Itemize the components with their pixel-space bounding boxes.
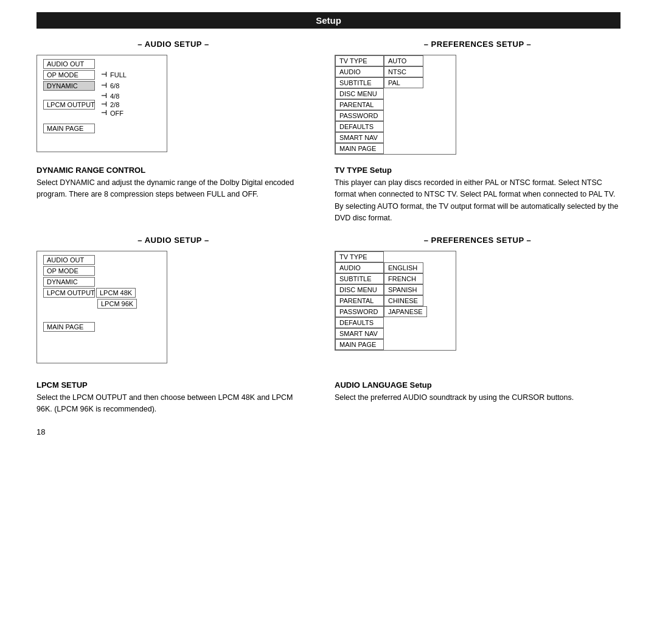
bottom-pref-col: – PREFERENCES SETUP – TV TYPE AUDIO ENGL… [328,236,620,371]
slider-label-off: OFF [110,110,123,117]
bottom-pref-label-tvtype: TV TYPE [335,251,384,262]
setup-title: Setup [316,15,341,26]
top-pref-panel: TV TYPE AUTO AUDIO NTSC SUBTITLE PAL DIS… [335,55,456,155]
bottom-audio-label-dynamic: DYNAMIC [43,277,95,287]
audio-row-3: DYNAMIC ⊣ 6/8 [43,81,161,91]
lpcm-text: Select the LPCM OUTPUT and then choose b… [36,392,310,416]
bottom-audio-row-5: LPCM 96K [43,299,161,309]
bottom-pref-label-mainpage: MAIN PAGE [335,339,384,350]
slider-icon-28: ⊣ [101,100,107,108]
bottom-pref-label-parental: PARENTAL [335,295,384,306]
bottom-pref-row-audio: AUDIO ENGLISH [335,262,456,273]
bottom-audio-row-2: OP MODE [43,266,161,276]
pref-value-subtitle: PAL [384,77,423,88]
slider-label-full: FULL [110,71,127,79]
audio-label-opmode: OP MODE [43,70,95,80]
pref-row-password: PASSWORD [335,110,456,121]
bottom-audio-mainpage-row: MAIN PAGE [43,322,161,332]
bottom-audio-title: – AUDIO SETUP – [36,236,310,245]
bottom-lpcm-48k: LPCM 48K [96,288,136,298]
bottom-pref-row-parental: PARENTAL CHINESE [335,295,456,306]
slider-label-68: 6/8 [110,82,119,89]
bottom-pref-value-subtitle: FRENCH [384,273,423,284]
pref-label-discmenu: DISC MENU [335,88,384,99]
pref-row-tvtype: TV TYPE AUTO [335,55,456,66]
pref-row-parental: PARENTAL [335,99,456,110]
bottom-pref-row-subtitle: SUBTITLE FRENCH [335,273,456,284]
top-audio-panel: AUDIO OUT OP MODE ⊣ FULL DYNAMIC [36,55,167,152]
slider-label-48: 4/8 [110,93,119,100]
top-panels: – AUDIO SETUP – AUDIO OUT OP MODE ⊣ FULL [36,40,620,159]
top-pref-title: – PREFERENCES SETUP – [335,40,620,49]
bottom-pref-label-audio: AUDIO [335,262,384,273]
top-audio-mainpage: MAIN PAGE [43,124,95,133]
bottom-pref-row-mainpage: MAIN PAGE [335,339,456,350]
slider-68: ⊣ 6/8 [101,82,119,89]
pref-row-discmenu: DISC MENU [335,88,456,99]
setup-header: Setup [36,12,620,29]
audio-label-audioout: AUDIO OUT [43,59,95,69]
pref-label-subtitle: SUBTITLE [335,77,384,88]
slider-label-28: 2/8 [110,101,119,108]
page-number: 18 [36,427,620,436]
bottom-pref-row-tvtype: TV TYPE [335,251,456,262]
pref-label-parental: PARENTAL [335,99,384,110]
bottom-pref-label-defaults: DEFAULTS [335,317,384,328]
bottom-pref-row-password: PASSWORD JAPANESE [335,306,456,317]
bottom-pref-label-smartnav: SMART NAV [335,328,384,339]
bottom-audio-row-1: AUDIO OUT [43,255,161,265]
slider-48: ⊣ 4/8 [101,92,123,100]
slider-icon-68: ⊣ [101,82,107,89]
pref-label-mainpage: MAIN PAGE [335,143,384,154]
bottom-pref-value-audio: ENGLISH [384,262,423,273]
slider-full: ⊣ FULL [101,71,127,79]
pref-label-audio: AUDIO [335,66,384,77]
pref-value-audio: NTSC [384,66,423,77]
pref-value-tvtype: AUTO [384,55,423,66]
pref-label-password: PASSWORD [335,110,384,121]
lpcm-title: LPCM SETUP [36,380,310,390]
pref-row-audio: AUDIO NTSC [335,66,456,77]
bottom-audio-label-audioout: AUDIO OUT [43,255,95,265]
bottom-audio-row-4: LPCM OUTPUT LPCM 48K [43,288,161,298]
bottom-audio-mainpage: MAIN PAGE [43,322,95,332]
bottom-pref-title: – PREFERENCES SETUP – [335,236,620,245]
bottom-panels: – AUDIO SETUP – AUDIO OUT OP MODE DYNAMI… [36,236,620,371]
bottom-descriptions: LPCM SETUP Select the LPCM OUTPUT and th… [36,380,620,416]
slider-area-3: ⊣ 4/8 ⊣ 2/8 ⊣ OFF [101,92,123,117]
lpcm-desc: LPCM SETUP Select the LPCM OUTPUT and th… [36,380,328,416]
audio-label-lpcm: LPCM OUTPUT [43,100,95,110]
top-descriptions: DYNAMIC RANGE CONTROL Select DYNAMIC and… [36,166,620,225]
bottom-pref-value-discmenu: SPANISH [384,284,423,295]
pref-row-defaults: DEFAULTS [335,121,456,132]
dynamic-desc: DYNAMIC RANGE CONTROL Select DYNAMIC and… [36,166,328,225]
bottom-audio-label-opmode: OP MODE [43,266,95,276]
tvtype-text: This player can play discs recorded in e… [335,177,620,225]
tvtype-title: TV TYPE Setup [335,166,620,175]
audio-row-1: AUDIO OUT [43,59,161,69]
bottom-audio-col: – AUDIO SETUP – AUDIO OUT OP MODE DYNAMI… [36,236,328,371]
audio-label-dynamic: DYNAMIC [43,81,95,91]
slider-28: ⊣ 2/8 [101,100,123,108]
slider-icon-full: ⊣ [101,71,107,79]
pref-label-defaults: DEFAULTS [335,121,384,132]
audio-lang-desc: AUDIO LANGUAGE Setup Select the preferre… [328,380,620,416]
slider-off: ⊣ OFF [101,109,123,117]
slider-area-2: ⊣ 6/8 [101,82,119,90]
tvtype-desc: TV TYPE Setup This player can play discs… [328,166,620,225]
audio-row-2: OP MODE ⊣ FULL [43,70,161,80]
pref-row-smartnav: SMART NAV [335,132,456,143]
bottom-pref-row-defaults: DEFAULTS [335,317,456,328]
top-audio-title: – AUDIO SETUP – [36,40,310,49]
dynamic-text: Select DYNAMIC and adjust the dynamic ra… [36,177,310,201]
bottom-pref-panel: TV TYPE AUDIO ENGLISH SUBTITLE FRENCH DI… [335,251,456,351]
bottom-pref-label-password: PASSWORD [335,306,384,317]
bottom-audio-label-lpcm: LPCM OUTPUT [43,288,95,298]
pref-label-tvtype: TV TYPE [335,55,384,66]
audio-lang-title: AUDIO LANGUAGE Setup [335,380,620,390]
bottom-pref-row-discmenu: DISC MENU SPANISH [335,284,456,295]
slider-icon-off: ⊣ [101,109,107,117]
pref-row-mainpage: MAIN PAGE [335,143,456,154]
pref-row-subtitle: SUBTITLE PAL [335,77,456,88]
dynamic-title: DYNAMIC RANGE CONTROL [36,166,310,175]
